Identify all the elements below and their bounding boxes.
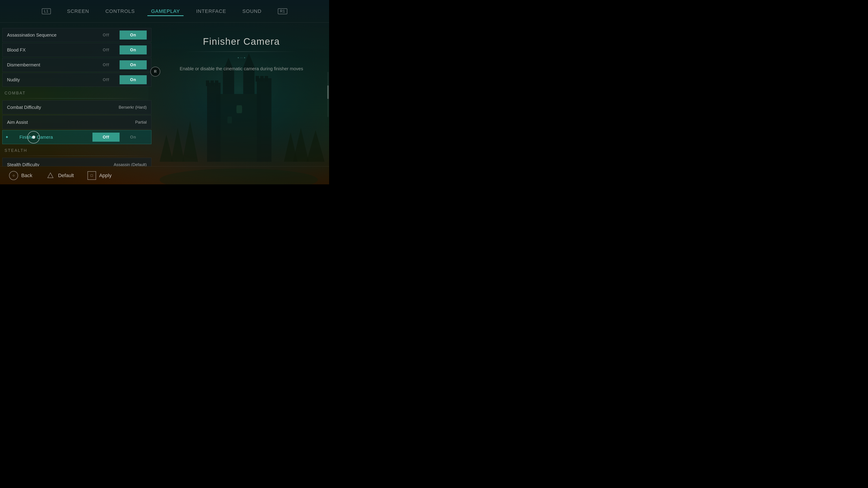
detail-title: Finisher Camera	[203, 36, 280, 47]
setting-finisher-camera[interactable]: ✦ Finisher Camera Off On	[2, 130, 151, 144]
default-button[interactable]: Default	[46, 171, 74, 180]
selector-inner-dot	[32, 135, 35, 139]
selector-circle	[27, 131, 40, 143]
assassination-sequence-off[interactable]: Off	[92, 31, 120, 39]
tab-gameplay-label: Gameplay	[151, 8, 180, 14]
blood-fx-off[interactable]: Off	[92, 45, 120, 55]
dismemberment-on[interactable]: On	[120, 60, 147, 69]
setting-dismemberment[interactable]: Dismemberment Off On	[2, 58, 151, 72]
blood-fx-label: Blood FX	[7, 47, 92, 53]
back-icon: ○	[9, 171, 18, 180]
detail-title-divider	[185, 52, 298, 52]
dismemberment-off[interactable]: Off	[92, 60, 120, 69]
assassination-sequence-on[interactable]: On	[120, 31, 147, 39]
blood-fx-on[interactable]: On	[120, 45, 147, 55]
detail-panel: Finisher Camera ✦ ⋯ ✦ Enable or disable …	[154, 23, 329, 166]
nudity-label: Nudity	[7, 77, 92, 83]
l1-key-label: L1	[42, 8, 51, 14]
aim-assist-value: Partial	[135, 120, 147, 125]
default-icon	[46, 171, 55, 180]
r-button-indicator: R	[150, 67, 160, 76]
main-content: Assassination Sequence Off On Blood FX O…	[0, 23, 329, 166]
bottom-bar: ○ Back Default □ Apply	[0, 166, 329, 184]
finisher-camera-off[interactable]: Off	[92, 133, 120, 142]
setting-assassination-sequence[interactable]: Assassination Sequence Off On	[2, 28, 151, 42]
apply-label: Apply	[99, 173, 112, 178]
finisher-camera-toggle[interactable]: Off On	[92, 133, 147, 142]
nav-r1-key[interactable]: R1	[274, 6, 291, 16]
tab-controls-label: Controls	[105, 8, 135, 14]
nav-l1-key[interactable]: L1	[38, 6, 55, 16]
setting-blood-fx[interactable]: Blood FX Off On	[2, 43, 151, 57]
setting-stealth-difficulty[interactable]: Stealth Difficulty Assassin (Default)	[2, 158, 151, 166]
nudity-off[interactable]: Off	[92, 75, 120, 84]
dismemberment-label: Dismemberment	[7, 62, 92, 68]
active-star-icon: ✦	[5, 135, 8, 140]
tab-interface-label: Interface	[196, 8, 226, 14]
tab-interface[interactable]: Interface	[193, 6, 230, 16]
combat-difficulty-value: Berserkr (Hard)	[119, 105, 147, 110]
settings-panel: Assassination Sequence Off On Blood FX O…	[0, 23, 154, 166]
tab-screen-label: Screen	[67, 8, 89, 14]
finisher-camera-on[interactable]: On	[120, 133, 147, 142]
apply-icon: □	[88, 171, 96, 180]
tab-sound-label: Sound	[242, 8, 261, 14]
nudity-toggle[interactable]: Off On	[92, 75, 147, 84]
setting-nudity[interactable]: Nudity Off On	[2, 73, 151, 87]
assassination-sequence-toggle[interactable]: Off On	[92, 31, 147, 39]
nudity-on[interactable]: On	[120, 75, 147, 84]
back-label: Back	[21, 173, 32, 178]
setting-combat-difficulty[interactable]: Combat Difficulty Berserkr (Hard)	[2, 100, 151, 114]
tab-sound[interactable]: Sound	[239, 6, 265, 16]
tab-screen[interactable]: Screen	[64, 6, 93, 16]
combat-difficulty-label: Combat Difficulty	[7, 105, 119, 110]
back-button[interactable]: ○ Back	[9, 171, 32, 180]
svg-marker-23	[48, 173, 53, 178]
stealth-divider	[4, 156, 149, 156]
stealth-section-label: STEALTH	[0, 147, 154, 155]
setting-aim-assist[interactable]: Aim Assist Partial	[2, 115, 151, 129]
stealth-difficulty-value: Assassin (Default)	[114, 162, 147, 166]
assassination-sequence-label: Assassination Sequence	[7, 33, 92, 38]
aim-assist-label: Aim Assist	[7, 120, 135, 125]
tab-controls[interactable]: Controls	[102, 6, 138, 16]
apply-button[interactable]: □ Apply	[88, 171, 112, 180]
dismemberment-toggle[interactable]: Off On	[92, 60, 147, 69]
combat-section-label: COMBAT	[0, 89, 154, 97]
detail-ornament: ✦ ⋯ ✦	[237, 56, 246, 59]
r1-key-label: R1	[278, 8, 287, 14]
tab-gameplay[interactable]: Gameplay	[147, 6, 183, 16]
stealth-difficulty-label: Stealth Difficulty	[7, 162, 114, 166]
top-navigation: L1 Screen Controls Gameplay Interface So…	[0, 0, 329, 23]
detail-description: Enable or disable the cinematic camera d…	[180, 65, 303, 72]
blood-fx-toggle[interactable]: Off On	[92, 45, 147, 55]
default-label: Default	[58, 173, 74, 178]
